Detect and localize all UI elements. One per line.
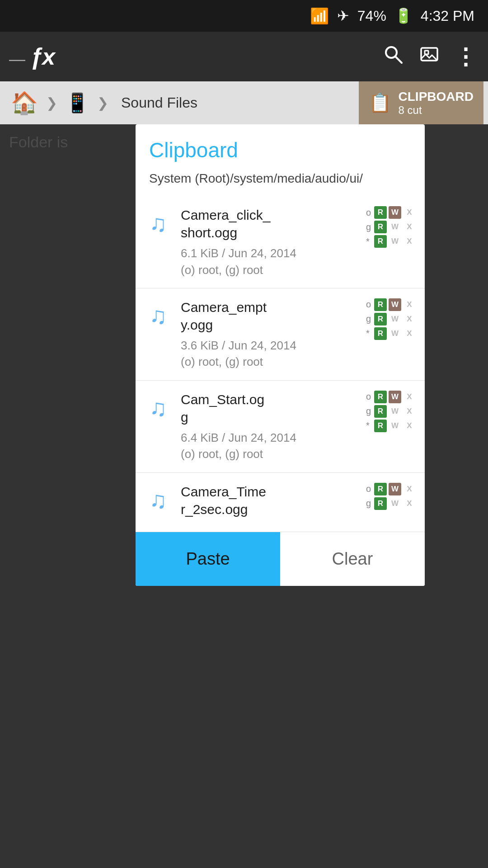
file-permissions: o R W X g R W X * R W X: [366, 206, 416, 248]
modal-header: Clipboard System (Root)/system/media/aud…: [136, 124, 425, 196]
file-name: Camera_click_short.ogg: [181, 206, 361, 241]
perm-row-star: * R W X: [366, 235, 416, 248]
wifi-icon: 📶: [310, 7, 329, 25]
file-item[interactable]: ♫ Camera_click_short.ogg 6.1 KiB / Jun 2…: [136, 196, 425, 288]
file-item[interactable]: ♫ Camera_empty.ogg 3.6 KiB / Jun 24, 201…: [136, 288, 425, 381]
file-name: Camera_empty.ogg: [181, 298, 361, 334]
toolbar: — ƒx ⋮: [0, 32, 488, 81]
file-meta: 6.1 KiB / Jun 24, 2014(o) root, (g) root: [181, 245, 361, 278]
perm-row-o: o R W X: [366, 298, 416, 311]
perm-row-o: o R W X: [366, 483, 416, 495]
file-info: Camera_click_short.ogg 6.1 KiB / Jun 24,…: [181, 206, 361, 278]
music-note-icon: ♫: [145, 486, 172, 514]
file-permissions: o R W X g R W X * R W X: [366, 298, 416, 340]
paste-button[interactable]: Paste: [136, 532, 280, 586]
status-icons: 📶 ✈ 74% 🔋 4:32 PM: [310, 7, 474, 25]
perm-row-g: g R W X: [366, 313, 416, 326]
perm-row-g: g R W X: [366, 221, 416, 233]
file-meta: 3.6 KiB / Jun 24, 2014(o) root, (g) root: [181, 337, 361, 370]
file-name: Cam_Start.ogg: [181, 391, 361, 426]
clipboard-icon: 📋: [369, 92, 391, 113]
clipboard-title: CLIPBOARD: [399, 90, 474, 104]
file-item[interactable]: ♫ Camera_Timer_2sec.ogg o R W X g R W: [136, 473, 425, 532]
more-menu-icon[interactable]: ⋮: [452, 43, 479, 70]
image-icon[interactable]: [416, 44, 443, 69]
modal-path: System (Root)/system/media/audio/ui/: [149, 170, 411, 187]
breadcrumb-arrow-1: ❯: [46, 95, 57, 111]
airplane-icon: ✈: [337, 7, 349, 24]
breadcrumb-arrow-2: ❯: [97, 95, 108, 111]
file-permissions: o R W X g R W X * R W X: [366, 391, 416, 432]
status-bar: 📶 ✈ 74% 🔋 4:32 PM: [0, 0, 488, 32]
battery-level: 74%: [357, 8, 386, 24]
modal-overlay: Clipboard System (Root)/system/media/aud…: [0, 124, 488, 868]
clock: 4:32 PM: [421, 8, 474, 24]
perm-row-o: o R W X: [366, 391, 416, 403]
file-list: ♫ Camera_click_short.ogg 6.1 KiB / Jun 2…: [136, 196, 425, 531]
modal-footer: Paste Clear: [136, 532, 425, 586]
breadcrumb-home[interactable]: 🏠: [5, 81, 44, 124]
breadcrumb-device[interactable]: 📱: [59, 81, 95, 124]
perm-row-g: g R W X: [366, 405, 416, 418]
file-name: Camera_Timer_2sec.ogg: [181, 483, 361, 518]
clipboard-count: 8 cut: [399, 104, 474, 117]
perm-row-star: * R W X: [366, 420, 416, 432]
clear-button[interactable]: Clear: [280, 532, 425, 586]
search-icon[interactable]: [380, 44, 407, 69]
perm-row-g: g R W X: [366, 497, 416, 510]
battery-icon: 🔋: [394, 7, 413, 24]
file-info: Camera_empty.ogg 3.6 KiB / Jun 24, 2014(…: [181, 298, 361, 370]
modal-title: Clipboard: [149, 138, 411, 162]
svg-line-1: [395, 57, 402, 63]
file-info: Camera_Timer_2sec.ogg: [181, 483, 361, 522]
breadcrumb-folder-label: Sound Files: [117, 94, 202, 111]
breadcrumb-bar: 🏠 ❯ 📱 ❯ Sound Files 📋 CLIPBOARD 8 cut: [0, 81, 488, 124]
app-logo: — ƒx: [9, 43, 54, 70]
music-note-icon: ♫: [145, 210, 172, 237]
clipboard-modal: Clipboard System (Root)/system/media/aud…: [136, 124, 425, 586]
device-icon: 📱: [66, 92, 89, 114]
file-info: Cam_Start.ogg 6.4 KiB / Jun 24, 2014(o) …: [181, 391, 361, 462]
clipboard-label-group: CLIPBOARD 8 cut: [399, 90, 474, 117]
home-icon: 🏠: [11, 90, 38, 116]
perm-row-o: o R W X: [366, 206, 416, 219]
file-permissions: o R W X g R W X: [366, 483, 416, 510]
breadcrumb-sound-files[interactable]: Sound Files: [110, 81, 208, 124]
music-note-icon: ♫: [145, 394, 172, 421]
perm-row-star: * R W X: [366, 327, 416, 340]
breadcrumb-clipboard[interactable]: 📋 CLIPBOARD 8 cut: [359, 81, 483, 124]
file-item[interactable]: ♫ Cam_Start.ogg 6.4 KiB / Jun 24, 2014(o…: [136, 381, 425, 473]
file-meta: 6.4 KiB / Jun 24, 2014(o) root, (g) root: [181, 429, 361, 462]
music-note-icon: ♫: [145, 302, 172, 329]
